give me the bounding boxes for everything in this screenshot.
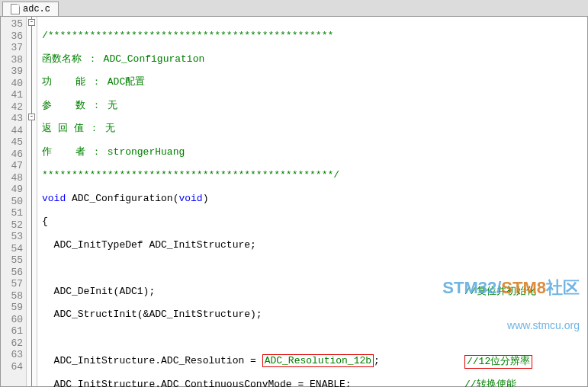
fold-toggle-icon[interactable]: - [28, 19, 35, 26]
comment-line: 返 回 值 ： [42, 123, 99, 134]
code-statement: ADC_StructInit(&ADC_InitStructure); [42, 309, 262, 320]
inline-comment: //转换使能 [464, 379, 516, 388]
comment-line: ****************************************… [42, 169, 339, 181]
highlighted-identifier: ADC_Resolution_12b [262, 354, 374, 367]
comment-line: 作 者 ： [42, 146, 101, 158]
watermark-main: STM32/STM8社区 [442, 278, 580, 297]
line-number-gutter: 3536373839404142434445464748495051525354… [1, 17, 27, 386]
code-statement: ADC_InitStructure.ADC_ContinuousConvMode… [42, 379, 352, 388]
comment-line: 功 能 ： [42, 76, 101, 88]
comment-line: 参 数 ： [42, 100, 101, 111]
comment-line: /***************************************… [42, 30, 333, 41]
file-tab-adc[interactable]: adc.c [2, 2, 59, 16]
keyword-void: void [42, 193, 66, 204]
code-area[interactable]: /***************************************… [37, 17, 587, 386]
brace-open: { [42, 216, 48, 227]
code-statement: ADC_DeInit(ADC1); [42, 286, 155, 297]
code-editor[interactable]: 3536373839404142434445464748495051525354… [0, 17, 588, 387]
code-statement: ADC_InitTypeDef ADC_InitStructure; [42, 239, 256, 251]
code-statement: ADC_InitStructure.ADC_Resolution = [42, 355, 262, 366]
tab-filename: adc.c [23, 4, 50, 14]
watermark-url: www.stmcu.org [415, 319, 580, 331]
tab-bar: adc.c [0, 0, 588, 17]
watermark: STM32/STM8社区 www.stmcu.org [415, 257, 580, 371]
fold-column: - - [27, 17, 37, 386]
fold-toggle-icon[interactable]: - [28, 114, 35, 120]
comment-line: 函数名称 ： [42, 53, 98, 65]
file-icon [11, 4, 20, 14]
